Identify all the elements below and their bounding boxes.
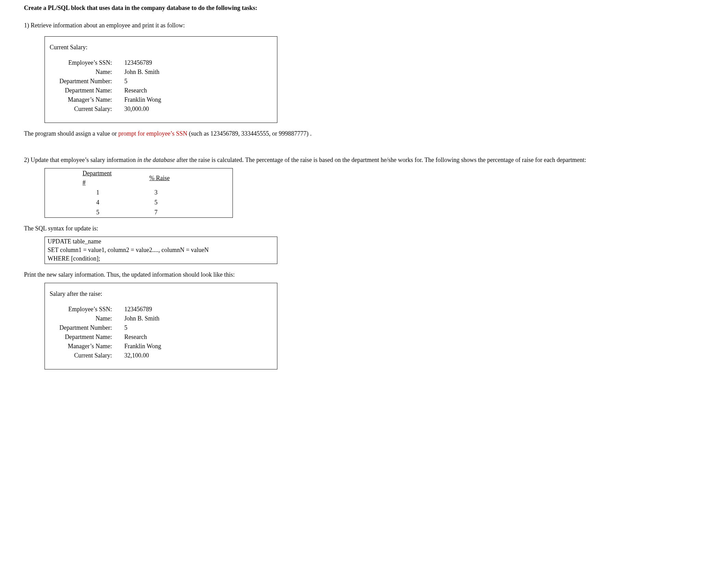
row-mgr: Manager’s Name: Franklin Wong	[50, 95, 272, 104]
row-ssn: Employee’s SSN: 123456789	[50, 305, 272, 314]
raise-header-dept: Department #	[45, 168, 112, 188]
after-raise-box: Salary after the raise: Employee’s SSN: …	[45, 283, 277, 369]
value-dnum: 5	[115, 323, 127, 332]
raise-pct: 3	[112, 188, 233, 198]
label-ssn: Employee’s SSN:	[50, 305, 115, 314]
task2-italic: in the database	[137, 156, 175, 163]
raise-row: 4 5	[45, 198, 233, 207]
prompt-red: prompt for employee’s SSN	[118, 130, 187, 137]
label-name: Name:	[50, 67, 115, 77]
raise-dept: 4	[45, 198, 112, 207]
row-sal: Current Salary: 30,000.00	[50, 104, 272, 114]
row-dname: Department Name: Research	[50, 86, 272, 95]
raise-pct: 7	[112, 207, 233, 218]
label-name: Name:	[50, 314, 115, 323]
sql-line-1: UPDATE table_name	[48, 237, 274, 246]
label-ssn: Employee’s SSN:	[50, 58, 115, 67]
row-dnum: Department Number: 5	[50, 77, 272, 86]
prompt-post: (such as 123456789, 333445555, or 999887…	[187, 130, 312, 137]
prompt-pre: The program should assign a value or	[24, 130, 118, 137]
row-dnum: Department Number: 5	[50, 323, 272, 332]
sql-intro: The SQL syntax for update is:	[24, 224, 725, 233]
task2-post: after the raise is calculated. The perce…	[175, 156, 586, 163]
row-name: Name: John B. Smith	[50, 67, 272, 77]
value-ssn: 123456789	[115, 305, 152, 314]
prompt-note: The program should assign a value or pro…	[24, 129, 725, 138]
label-dname: Department Name:	[50, 332, 115, 342]
value-sal: 30,000.00	[115, 104, 149, 114]
raise-header-pct: % Raise	[112, 168, 233, 188]
label-sal: Current Salary:	[50, 104, 115, 114]
raise-dept: 1	[45, 188, 112, 198]
raise-table: Department # % Raise 1 3 4 5 5 7	[45, 168, 233, 218]
value-dnum: 5	[115, 77, 127, 86]
value-name: John B. Smith	[115, 67, 160, 77]
row-dname: Department Name: Research	[50, 332, 272, 342]
label-dnum: Department Number:	[50, 323, 115, 332]
label-dname: Department Name:	[50, 86, 115, 95]
raise-row: 5 7	[45, 207, 233, 218]
value-mgr: Franklin Wong	[115, 95, 161, 104]
raise-dept: 5	[45, 207, 112, 218]
value-ssn: 123456789	[115, 58, 152, 67]
box2-title: Salary after the raise:	[50, 289, 272, 299]
box1-title: Current Salary:	[50, 43, 272, 52]
label-sal: Current Salary:	[50, 351, 115, 360]
row-sal: Current Salary: 32,100.00	[50, 351, 272, 360]
sql-line-2: SET column1 = value1, column2 = value2..…	[48, 246, 274, 254]
raise-pct: 5	[112, 198, 233, 207]
value-dname: Research	[115, 332, 147, 342]
raise-row: 1 3	[45, 188, 233, 198]
value-mgr: Franklin Wong	[115, 342, 161, 351]
task-2: 2) Update that employee’s salary informa…	[0, 155, 725, 165]
sql-box: UPDATE table_name SET column1 = value1, …	[45, 237, 277, 264]
current-salary-box: Current Salary: Employee’s SSN: 12345678…	[45, 36, 277, 123]
label-dnum: Department Number:	[50, 77, 115, 86]
print-new-note: Print the new salary information. Thus, …	[24, 270, 725, 279]
value-name: John B. Smith	[115, 314, 160, 323]
sql-line-3: WHERE [condition];	[48, 254, 274, 263]
task2-pre: 2) Update that employee’s salary informa…	[0, 156, 137, 163]
value-dname: Research	[115, 86, 147, 95]
label-mgr: Manager’s Name:	[50, 95, 115, 104]
row-ssn: Employee’s SSN: 123456789	[50, 58, 272, 67]
row-mgr: Manager’s Name: Franklin Wong	[50, 342, 272, 351]
task-1: 1) Retrieve information about an employe…	[24, 21, 725, 30]
value-sal: 32,100.00	[115, 351, 149, 360]
main-heading: Create a PL/SQL block that uses data in …	[24, 3, 725, 13]
row-name: Name: John B. Smith	[50, 314, 272, 323]
label-mgr: Manager’s Name:	[50, 342, 115, 351]
